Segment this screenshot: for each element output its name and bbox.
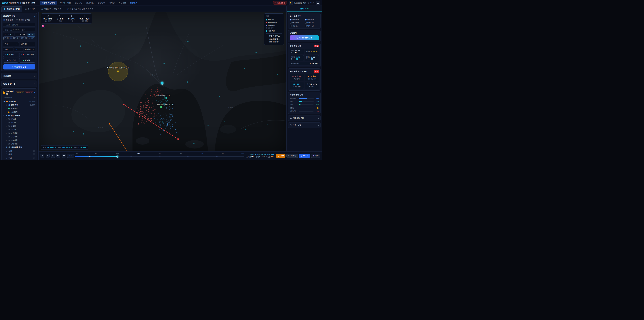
legend-box-icon[interactable] (33, 154, 35, 155)
tab-boom-algorithm-theory[interactable]: ⓘ 오일펜스 배치 알고리즘 이론 (64, 6, 96, 12)
playback-speed-select[interactable]: 1x▼ (67, 154, 74, 158)
spill-amount-input[interactable] (3, 47, 14, 52)
timeline-track-area[interactable]: 0h 6h 12h 18h 24h 36h 48h 60h 72h (75, 152, 244, 160)
farm-marker[interactable] (160, 106, 162, 108)
checkbox-wind-dir[interactable]: 풍향/풍속 (305, 19, 319, 21)
beach-marker[interactable] (165, 97, 167, 99)
layer-item-donghae[interactable]: 동해 (3, 153, 35, 156)
play-button[interactable] (51, 154, 55, 158)
wetland-marker[interactable] (118, 71, 118, 72)
save-button[interactable]: 저장 (276, 154, 286, 158)
layer-toggle[interactable] (6, 104, 8, 106)
map-canvas[interactable]: ⚑ 여자만 습지보호구역 (6h) 웅포해수욕장 (1h) 국동 전복 양식장 … (38, 12, 286, 151)
owner-insurance-section[interactable]: 선주 / 보험 ▸ (288, 122, 321, 128)
step-back-button[interactable] (46, 154, 50, 158)
recalculate-button[interactable]: 재계산 (286, 154, 298, 158)
layer-item-protected-area[interactable]: ▸보호지역 (3, 131, 35, 135)
radio-direct-input[interactable]: 직접 입력 (3, 19, 14, 21)
all-layers-off-button[interactable]: 전체 끄기 (25, 91, 33, 94)
layer-toggle[interactable] (6, 154, 8, 155)
spill-type-select[interactable]: 연속▼ (3, 42, 19, 46)
vessel-spec-section[interactable]: 사고 선박 제원 ▸ (288, 115, 321, 121)
map-annotation-wetland[interactable]: ⚑ 여자만 습지보호구역 (6h) (107, 67, 129, 69)
milestone-marker[interactable] (130, 156, 132, 157)
layer-item-gunsan[interactable]: 군산 (3, 149, 35, 153)
incident-status-badge[interactable]: 사고 진행중 (273, 1, 287, 5)
timeline-handle[interactable] (116, 156, 118, 158)
duration-select[interactable]: 48시간▼ (24, 47, 35, 52)
checkbox-sensitive-resources[interactable]: 민감자원 (305, 22, 319, 24)
timeline-track[interactable] (75, 156, 244, 157)
layer-item-boryeong[interactable]: 보령 (3, 160, 35, 160)
nav-integrated-search[interactable]: 통합조회 (128, 1, 139, 5)
layer-item-industrial-resources[interactable]: ▸산업자원 (3, 142, 35, 145)
layer-toggle[interactable] (6, 115, 8, 116)
layer-group-coast-guard-zones[interactable]: ▾⚓해경관할구역 (3, 145, 35, 149)
run-prediction-button[interactable]: 확산예측 실행 (3, 64, 35, 70)
layer-toggle[interactable] (6, 147, 8, 148)
analysis-summary-body[interactable]: 표시 정보 제어 유향/유속 풍향/풍속 해안부착 민감자원 시간 표시 날짜시… (286, 12, 322, 151)
event-marker[interactable] (82, 156, 83, 157)
legend-box-icon[interactable] (33, 150, 35, 152)
model-toggle-kosps[interactable]: ✓KOSPS (3, 53, 18, 57)
layer-toggle[interactable] (6, 157, 8, 159)
unit-select[interactable]: kL▼ (14, 47, 23, 52)
nav-aerial-search[interactable]: 항공탐색 (96, 1, 107, 5)
layer-item-habitat[interactable]: ▸서식지 (3, 128, 35, 131)
layer-item-tourism-resources[interactable]: ▸관광자원 (3, 138, 35, 142)
menu-button[interactable] (316, 1, 320, 5)
layer-item-socio-economy[interactable]: ▸사회경제 (3, 110, 35, 114)
model-toggle-opendrift[interactable]: ✓OpenDrift (3, 58, 18, 63)
pick-on-map-button[interactable]: 지도 (27, 33, 35, 37)
tab-model-theory[interactable]: ⓘ 유출유확산모델 이론 (38, 6, 64, 12)
layer-item-coastline[interactable]: ▸해안선 (3, 121, 35, 124)
skip-start-button[interactable] (40, 154, 44, 158)
oil-type-select[interactable]: 벙커C유▼ (20, 42, 35, 46)
layer-item-species[interactable]: ▸생물종 (3, 124, 35, 128)
nav-hns-dispersion[interactable]: HNS·대기확산 (57, 1, 72, 5)
nav-weather-info[interactable]: 기상정보 (117, 1, 128, 5)
map-annotation-beach[interactable]: 웅포해수욕장 (1h) (156, 94, 170, 97)
nav-emergency-rescue[interactable]: 긴급구난 (73, 1, 84, 5)
skip-end-button[interactable] (62, 154, 66, 158)
checkbox-datetime[interactable]: 날짜시간 (305, 25, 319, 27)
checkbox-shore-attach[interactable]: 해안부착 (290, 22, 304, 24)
layer-item-seasonal[interactable]: ▸계절별 (3, 117, 35, 121)
accident-info-section[interactable]: 사고정보 ▶ (1, 73, 37, 79)
all-layers-on-button[interactable]: 전체 켜기 (16, 91, 24, 94)
nav-oil-spill-prediction[interactable]: 유출유 확산예측 (40, 1, 57, 5)
sensitive-resources-section[interactable]: 영향 민감자원 ▶ (1, 81, 37, 87)
model-toggle-ensemble[interactable]: ✓앙상블 (19, 58, 35, 63)
layer-toggle[interactable] (4, 101, 5, 102)
layer-item-fishery-resources[interactable]: ▸수산자원 (3, 135, 35, 138)
polygon-analysis-button[interactable]: 다각형 분석수행 (290, 36, 319, 40)
nav-board[interactable]: 게시판 (107, 1, 116, 5)
model-toggle-poseidon[interactable]: ✓POSEIDON (19, 53, 35, 57)
legend-box-icon[interactable] (33, 157, 35, 159)
prediction-input-header[interactable]: 예측정보 입력 ▼ (3, 15, 35, 18)
layer-group-sensitivity-index[interactable]: ▾민감도평가 (3, 114, 35, 117)
event-marker[interactable] (90, 156, 91, 157)
latitude-input[interactable] (3, 33, 14, 37)
notification-button[interactable] (289, 1, 293, 5)
radio-image-upload[interactable]: 이미지 업로드 (16, 19, 30, 21)
layer-group-sensitive-resources[interactable]: ▾민감자원3,947 (3, 103, 35, 107)
basemap-style-button[interactable] (41, 24, 45, 28)
analysis-summary-tab[interactable]: 분석 요약 (286, 6, 322, 12)
milestone-marker[interactable] (159, 156, 160, 157)
layer-item-fisheries[interactable]: 어장정보17,129 (3, 100, 35, 103)
all-layer-row[interactable]: 전체 레이어 ▼ (4, 97, 35, 99)
report-button[interactable]: 보고서 (299, 154, 310, 158)
map-annotation-farm[interactable]: 국동 전복 양식장 (3h) (157, 103, 174, 106)
layer-toggle[interactable] (6, 150, 8, 152)
fast-forward-button[interactable] (56, 154, 60, 158)
nav-reports[interactable]: 보고자료 (84, 1, 96, 5)
checkbox-current-dir[interactable]: 유향/유속 (290, 19, 304, 21)
layer-item-mokpo[interactable]: 목포 (3, 156, 35, 160)
predict-button[interactable]: ◆ 예측 (311, 154, 320, 158)
tab-spill-analysis[interactable]: 유출유 확산분석 (1, 6, 22, 12)
accident-name-input[interactable] (3, 23, 35, 27)
accident-list-input[interactable] (3, 28, 35, 32)
longitude-input[interactable] (15, 33, 26, 37)
checkbox-time-display[interactable]: 시간 표시 (290, 25, 304, 27)
